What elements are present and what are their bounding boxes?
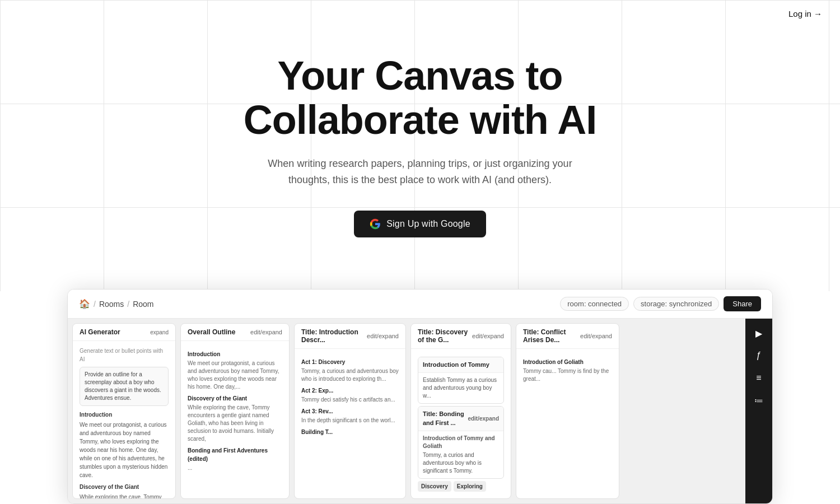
conflict-body: Introduction of Goliath Tommy cau... Tom… [516,349,619,392]
conflict-action[interactable]: edit/expand [580,333,612,339]
bonding-text: ... [188,464,282,472]
intro-goliath-label: Introduction of Goliath [523,358,612,366]
ai-generator-input[interactable]: Provide an outline for a screenplay abou… [80,367,169,406]
bonding-subpanel: Title: Bonding and First ... edit/expand… [418,406,504,479]
discovery-label: Discovery of the Giant [188,394,282,403]
intro-text: We meet our protagonist, a curious and a… [188,360,282,391]
breadcrumb: 🏠 / Rooms / Room [79,298,154,309]
title-intro-header: Title: Introduction Descr... edit/expand [295,324,405,349]
bonding-label: Bonding and First Adventures (edited) [188,446,282,463]
breadcrumb-sep-1: / [94,300,96,309]
outline-icon-button[interactable]: ≔ [749,390,769,410]
breadcrumb-room[interactable]: Room [133,300,153,309]
terminal-icon-button[interactable]: ▶ [749,323,769,343]
bonding-subpanel-action[interactable]: edit/expand [468,414,499,423]
intro-tommy-body: Establish Tommy as a curious and adventu… [418,373,503,403]
hero-title: Your Canvas to Collaborate with AI [244,54,596,142]
bonding-subpanel-header: Title: Bonding and First ... edit/expand [418,407,503,431]
title-intro-action[interactable]: edit/expand [367,333,399,339]
act1-text: Tommy, a curious and adventurous boy who… [301,367,399,383]
right-toolbar: ▶ ƒ ≡ ≔ [745,319,772,503]
share-button[interactable]: Share [724,296,761,311]
toolbar-right: room: connected storage: synchronized Sh… [560,296,761,311]
title-intro-body: Act 1: Discovery Tommy, a curious and ad… [295,349,405,443]
top-nav: Log in → [771,0,840,28]
building-label: Building T... [301,428,399,436]
act2-text: Tommy deci satisfy his c artifacts an... [301,396,399,404]
overall-outline-action[interactable]: edit/expand [250,329,282,335]
app-preview: 🏠 / Rooms / Room room: connected storage… [67,289,773,504]
discovery-panel: Title: Discovery of the G... edit/expand… [410,323,511,499]
overall-outline-header: Overall Outline edit/expand [181,324,289,341]
function-icon-button[interactable]: ƒ [749,346,769,366]
intro-goliath-text: Tommy cau... Tommy is find by the great.… [523,367,612,383]
ai-generator-expand[interactable]: expand [150,329,169,335]
hero-section: Your Canvas to Collaborate with AI When … [0,0,840,291]
overall-outline-title: Overall Outline [188,328,235,336]
act3-label: Act 3: Rev... [301,407,399,416]
storage-status-badge: storage: synchronized [633,297,719,311]
ai-generator-subtitle: Generate text or bullet points with AI [80,347,169,363]
discovery-action[interactable]: edit/expand [472,333,504,339]
discovery-header: Title: Discovery of the G... edit/expand [411,324,511,349]
hero-subtitle: When writing research papers, planning t… [252,156,588,188]
canvas-panels: AI Generator expand Generate text or bul… [68,319,745,503]
ai-generator-output: Introduction We meet our protagonist, a … [80,410,169,499]
tommy-goliath-label: Introduction of Tommy and Goliath [423,435,499,450]
tommy-goliath-text: Tommy, a curios and adventurous boy who … [423,451,499,475]
act2-label: Act 2: Exp... [301,386,399,395]
intro-label: Introduction [188,350,282,358]
ai-generator-header: AI Generator expand [73,324,175,341]
breadcrumb-rooms[interactable]: Rooms [99,300,124,309]
conflict-header: Title: Conflict Arises De... edit/expand [516,324,619,349]
home-icon[interactable]: 🏠 [79,298,90,309]
title-intro-title: Title: Introduction Descr... [301,328,367,344]
login-link[interactable]: Log in → [788,9,822,18]
bonding-subpanel-body: Introduction of Tommy and Goliath Tommy,… [418,431,503,478]
discovery-badge: Discovery [418,481,451,492]
conflict-title: Title: Conflict Arises De... [523,328,580,344]
ai-generator-body: Generate text or bullet points with AI P… [73,341,175,499]
overall-outline-body: Introduction We meet our protagonist, a … [181,341,289,481]
room-status-badge: room: connected [560,297,629,311]
intro-tommy-header: Introduction of Tommy [418,357,503,373]
exploring-badge: Exploring [454,481,486,492]
discovery-text: While exploring the cave, Tommy encounte… [188,404,282,443]
breadcrumb-sep-2: / [127,300,129,309]
discovery-title: Title: Discovery of the G... [418,328,472,344]
title-intro-panel: Title: Introduction Descr... edit/expand… [294,323,406,499]
conflict-panel: Title: Conflict Arises De... edit/expand… [516,323,619,499]
act-badges: Discovery Exploring [418,481,504,492]
ai-generator-panel: AI Generator expand Generate text or bul… [72,323,176,499]
google-icon [370,218,381,230]
ai-generator-title: AI Generator [80,328,120,336]
preview-content: AI Generator expand Generate text or bul… [68,319,772,503]
intro-tommy-subpanel: Introduction of Tommy Establish Tommy as… [418,357,504,404]
signup-google-button[interactable]: Sign Up with Google [354,211,486,237]
discovery-body: Introduction of Tommy Establish Tommy as… [411,349,511,497]
act1-label: Act 1: Discovery [301,358,399,366]
list-icon-button[interactable]: ≡ [749,368,769,388]
act3-text: In the depth significant s on the worl..… [301,417,399,424]
overall-outline-panel: Overall Outline edit/expand Introduction… [180,323,290,499]
preview-toolbar: 🏠 / Rooms / Room room: connected storage… [68,290,772,319]
